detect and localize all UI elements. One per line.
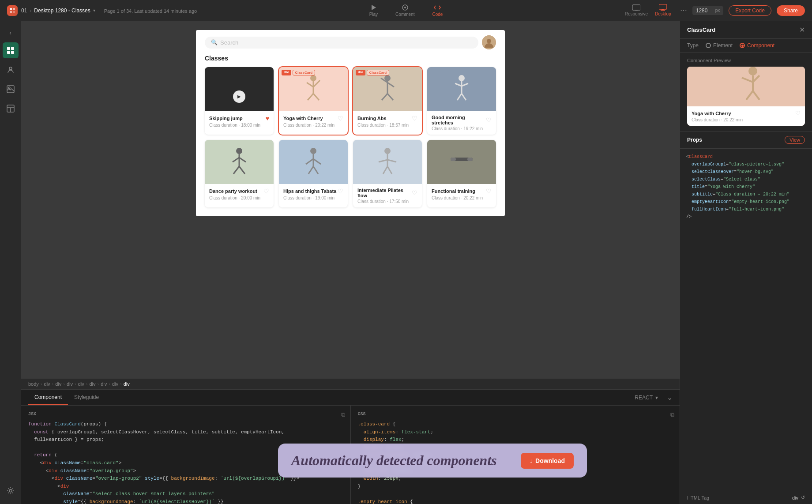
svg-rect-63	[467, 158, 473, 161]
width-input[interactable]	[696, 8, 714, 14]
heart-empty-icon[interactable]: ♡	[486, 117, 492, 124]
class-card[interactable]: div ClassCard Yoga with Cherry ♡	[279, 67, 348, 135]
copy-jsx-button[interactable]: ⧉	[341, 411, 345, 420]
export-code-button[interactable]: Export Code	[729, 5, 771, 16]
card-image	[427, 140, 496, 184]
play-button[interactable]: Play	[366, 2, 381, 19]
user-avatar[interactable]	[482, 35, 496, 49]
expand-icon[interactable]: ⌄	[667, 393, 673, 402]
more-button[interactable]: ⋯	[680, 6, 687, 15]
search-bar[interactable]: 🔍 Search	[205, 37, 478, 49]
svg-point-17	[9, 67, 12, 70]
sidebar-toggle-button[interactable]: ‹	[7, 26, 14, 39]
play-button[interactable]: ▶	[233, 90, 245, 103]
path-div-2[interactable]: div	[55, 381, 61, 387]
right-panel-header: ClassCard ✕	[680, 21, 812, 39]
bottom-tabs: Component Styleguide REACT ▾ ⌄	[21, 390, 680, 406]
path-div-4[interactable]: div	[78, 381, 84, 387]
svg-line-59	[383, 166, 387, 174]
element-option[interactable]: Element	[706, 42, 733, 49]
card-title: Hips and thighs Tabata	[283, 188, 336, 194]
card-duration: Class duration · 20:22 min	[283, 123, 343, 128]
sidebar-image-icon[interactable]	[3, 81, 19, 97]
top-bar-left: 01 › Desktop 1280 - Classes ▾ Page 1 of …	[7, 5, 366, 16]
svg-point-25	[487, 39, 491, 43]
tab-component[interactable]: Component	[28, 391, 68, 405]
svg-point-55	[384, 148, 391, 154]
svg-line-45	[233, 158, 239, 162]
sidebar-grid-icon[interactable]	[3, 42, 19, 58]
path-div-1[interactable]: div	[44, 381, 50, 387]
heart-filled-icon[interactable]: ♥	[266, 115, 269, 122]
svg-line-51	[306, 159, 313, 164]
preview-heart-icon[interactable]: ♡	[795, 110, 801, 117]
sidebar-layout-icon[interactable]	[3, 101, 19, 117]
sidebar-person-icon[interactable]	[3, 62, 19, 78]
card-tags: div ClassCard	[356, 70, 389, 75]
desktop-button[interactable]: Desktop	[655, 4, 671, 16]
heart-empty-icon[interactable]: ♡	[486, 188, 492, 195]
card-image	[279, 140, 348, 184]
responsive-button[interactable]: Responsive	[625, 4, 648, 16]
sidebar-settings-icon[interactable]	[3, 483, 19, 499]
jsx-label: JSX	[28, 411, 343, 418]
path-div-7[interactable]: div	[112, 381, 118, 387]
code-button[interactable]: Code	[429, 2, 446, 19]
path-body[interactable]: body	[28, 381, 39, 387]
refresh-icon[interactable]: ↺	[801, 495, 805, 500]
card-tags: div ClassCard	[282, 70, 315, 75]
class-card[interactable]: div ClassCard Burning Abs ♡	[353, 67, 422, 135]
framework-selector[interactable]: REACT ▾	[635, 395, 658, 401]
class-card[interactable]: ▶ Skipping jump ♥ Class duration · 18:00…	[205, 67, 274, 135]
cards-grid: ▶ Skipping jump ♥ Class duration · 18:00…	[205, 67, 496, 207]
copy-css-button[interactable]: ⧉	[670, 411, 674, 420]
comment-button[interactable]: Comment	[392, 2, 418, 19]
class-card[interactable]: Functional training ♡ Class duration · 2…	[427, 140, 496, 207]
heart-empty-icon[interactable]: ♡	[263, 188, 269, 195]
component-option[interactable]: Component	[740, 42, 774, 49]
component-radio[interactable]	[740, 43, 745, 48]
left-sidebar: ‹	[0, 21, 21, 504]
share-button[interactable]: Share	[777, 5, 805, 16]
svg-line-48	[239, 166, 245, 174]
class-card[interactable]: Hips and thighs Tabata ♡ Class duration …	[279, 140, 348, 207]
card-image	[427, 67, 496, 111]
svg-line-47	[233, 166, 239, 174]
view-controls: Responsive Desktop	[625, 4, 671, 16]
svg-rect-16	[11, 51, 14, 54]
heart-empty-icon[interactable]: ♡	[338, 115, 343, 122]
tab-styleguide[interactable]: Styleguide	[68, 391, 105, 405]
card-duration: Class duration · 19:22 min	[432, 126, 492, 131]
breadcrumb-01[interactable]: 01	[21, 8, 27, 14]
view-props-button[interactable]: View	[785, 136, 805, 144]
svg-line-39	[455, 83, 462, 86]
canvas-content: 🔍 Search Classes ▶	[21, 21, 680, 379]
path-div-8[interactable]: div	[124, 381, 130, 387]
card-body: Intermediate Pilates flow ♡ Class durati…	[353, 184, 422, 207]
preview-card-title: Yoga with Cherry	[692, 111, 731, 116]
class-card[interactable]: Good morning stretches ♡ Class duration …	[427, 67, 496, 135]
svg-line-42	[462, 94, 466, 100]
svg-line-41	[457, 94, 462, 100]
element-radio[interactable]	[706, 43, 711, 48]
svg-line-68	[746, 91, 753, 100]
path-div-6[interactable]: div	[101, 381, 107, 387]
path-div-5[interactable]: div	[89, 381, 95, 387]
svg-rect-1	[13, 8, 15, 10]
heart-empty-icon[interactable]: ♡	[412, 189, 417, 196]
breadcrumb-current[interactable]: Desktop 1280 - Classes	[34, 8, 90, 14]
main-layout: ‹	[0, 21, 812, 504]
preview-section-title: Component Preview	[687, 58, 805, 63]
svg-point-6	[404, 7, 406, 8]
heart-empty-icon[interactable]: ♡	[338, 188, 343, 195]
preview-card-image	[687, 67, 805, 106]
path-div-3[interactable]: div	[67, 381, 73, 387]
svg-line-29	[313, 80, 320, 87]
classes-title: Classes	[205, 55, 496, 62]
download-button[interactable]: ↓ Download	[521, 453, 574, 469]
class-card[interactable]: Dance party workout ♡ Class duration · 2…	[205, 140, 274, 207]
class-card[interactable]: Intermediate Pilates flow ♡ Class durati…	[353, 140, 422, 207]
close-panel-button[interactable]: ✕	[799, 26, 805, 34]
heart-empty-icon[interactable]: ♡	[412, 115, 417, 122]
search-icon: 🔍	[211, 39, 218, 45]
